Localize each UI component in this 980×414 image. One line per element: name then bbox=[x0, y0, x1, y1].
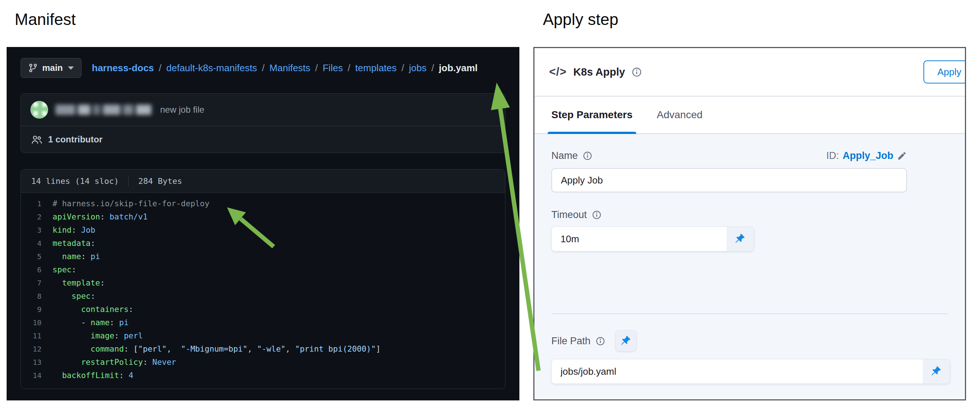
step-id-group: ID: Apply_Job bbox=[826, 150, 907, 162]
line-number[interactable]: 9 bbox=[21, 303, 52, 316]
tab-advanced[interactable]: Advanced bbox=[657, 97, 703, 133]
step-info-icon[interactable] bbox=[632, 67, 642, 77]
manifest-section-title: Manifest bbox=[15, 10, 76, 29]
line-number[interactable]: 10 bbox=[21, 316, 52, 329]
breadcrumb-link[interactable]: default-k8s-manifests bbox=[166, 62, 257, 73]
line-number[interactable]: 12 bbox=[21, 343, 52, 355]
line-number[interactable]: 11 bbox=[21, 329, 52, 343]
file-path-input[interactable] bbox=[552, 359, 923, 384]
breadcrumb-link[interactable]: harness-docs bbox=[92, 62, 154, 73]
code-line: 13 restartPolicy: Never bbox=[21, 355, 505, 369]
code-text: # harness.io/skip-file-for-deploy bbox=[52, 197, 209, 210]
breadcrumb-link[interactable]: Files bbox=[323, 62, 343, 73]
commit-info-box: new job file 1 contributor bbox=[21, 93, 506, 153]
line-number[interactable]: 5 bbox=[21, 250, 52, 263]
page: Manifest Apply step main harness-docs / … bbox=[0, 0, 980, 414]
people-icon bbox=[31, 135, 42, 144]
code-text: command: ["perl", "-Mbignum=bpi", "-wle"… bbox=[52, 343, 380, 355]
file-lines-info: 14 lines (14 sloc) bbox=[31, 176, 119, 186]
breadcrumb-link[interactable]: templates bbox=[355, 62, 397, 73]
id-label: ID: bbox=[826, 150, 839, 162]
line-number[interactable]: 1 bbox=[21, 197, 52, 210]
github-file-header-row: main harness-docs / default-k8s-manifest… bbox=[6, 47, 519, 78]
code-text: restartPolicy: Never bbox=[52, 355, 176, 369]
file-path-fixed-value-button[interactable] bbox=[615, 330, 636, 352]
thumbtack-icon bbox=[620, 335, 632, 346]
breadcrumb-link[interactable]: jobs bbox=[409, 62, 426, 73]
breadcrumb-separator: / bbox=[259, 62, 267, 73]
name-input[interactable] bbox=[551, 168, 907, 192]
code-line: 11 image: perl bbox=[21, 329, 505, 343]
name-label: Name bbox=[551, 150, 578, 162]
breadcrumb-separator: / bbox=[399, 62, 407, 73]
code-line: 10 - name: pi bbox=[21, 316, 505, 329]
contributors-row[interactable]: 1 contributor bbox=[21, 126, 505, 153]
timeout-info-icon[interactable] bbox=[592, 210, 601, 219]
timeout-field: Timeout bbox=[551, 209, 948, 251]
breadcrumb-current-file: job.yaml bbox=[439, 62, 477, 73]
tab-step-parameters[interactable]: Step Parameters bbox=[551, 97, 633, 133]
code-lines: 1# harness.io/skip-file-for-deploy2apiVe… bbox=[21, 193, 505, 389]
pencil-icon[interactable] bbox=[897, 151, 907, 161]
code-line: 14 backoffLimit: 4 bbox=[21, 369, 505, 382]
code-line: 3kind: Job bbox=[21, 224, 505, 237]
code-line: 9 containers: bbox=[21, 303, 505, 316]
code-text: kind: Job bbox=[52, 224, 95, 237]
breadcrumb: harness-docs / default-k8s-manifests / M… bbox=[92, 62, 477, 74]
line-number[interactable]: 4 bbox=[21, 237, 52, 250]
file-path-label-row: File Path bbox=[551, 330, 948, 352]
file-path-info-icon[interactable] bbox=[596, 336, 605, 346]
id-value[interactable]: Apply_Job bbox=[843, 150, 893, 162]
contributors-label: 1 contributor bbox=[48, 134, 102, 144]
form-divider bbox=[551, 313, 948, 314]
code-line: 6spec: bbox=[21, 263, 505, 276]
name-field-header: Name ID: Apply_Job bbox=[551, 150, 907, 162]
timeout-fixed-value-toggle[interactable] bbox=[727, 227, 754, 251]
apply-step-section-title: Apply step bbox=[543, 10, 618, 29]
code-text: spec: bbox=[52, 290, 95, 303]
file-meta-bar: 14 lines (14 sloc) 284 Bytes bbox=[21, 170, 505, 193]
file-content-box: 14 lines (14 sloc) 284 Bytes 1# harness.… bbox=[21, 169, 506, 389]
code-text: image: perl bbox=[52, 329, 143, 343]
code-text: - name: pi bbox=[52, 316, 129, 329]
code-line: 8 spec: bbox=[21, 290, 505, 303]
code-text: backoffLimit: 4 bbox=[52, 369, 133, 382]
file-path-input-fixed-toggle[interactable] bbox=[923, 359, 950, 384]
code-line: 2apiVersion: batch/v1 bbox=[21, 210, 505, 224]
name-info-icon[interactable] bbox=[583, 151, 592, 160]
line-number[interactable]: 2 bbox=[21, 210, 52, 224]
commit-message[interactable]: new job file bbox=[160, 105, 204, 115]
line-number[interactable]: 6 bbox=[21, 263, 52, 276]
branch-selector-button[interactable]: main bbox=[21, 58, 81, 78]
file-path-label-group: File Path bbox=[551, 335, 605, 347]
code-text: template: bbox=[52, 276, 105, 290]
code-text: apiVersion: batch/v1 bbox=[52, 210, 148, 224]
line-number[interactable]: 3 bbox=[21, 224, 52, 237]
breadcrumb-separator: / bbox=[429, 62, 437, 73]
file-path-label: File Path bbox=[551, 335, 591, 347]
file-size: 284 Bytes bbox=[138, 176, 182, 186]
line-number[interactable]: 8 bbox=[21, 290, 52, 303]
apply-changes-button[interactable]: Apply bbox=[923, 60, 966, 84]
line-number[interactable]: 7 bbox=[21, 276, 52, 290]
code-line: 5 name: pi bbox=[21, 250, 505, 263]
meta-divider bbox=[128, 175, 129, 186]
breadcrumb-separator: / bbox=[313, 62, 321, 73]
avatar[interactable] bbox=[30, 101, 48, 119]
breadcrumb-link[interactable]: Manifests bbox=[270, 62, 310, 73]
chevron-down-icon bbox=[68, 67, 74, 70]
code-text: containers: bbox=[52, 303, 133, 316]
file-path-input-group bbox=[551, 359, 950, 384]
code-text: name: pi bbox=[52, 250, 100, 263]
code-text: metadata: bbox=[52, 237, 95, 250]
latest-commit-row: new job file bbox=[21, 94, 505, 126]
line-number[interactable]: 14 bbox=[21, 369, 52, 382]
thumbtack-icon bbox=[735, 233, 746, 244]
line-number[interactable]: 13 bbox=[21, 355, 52, 369]
github-file-panel: main harness-docs / default-k8s-manifest… bbox=[6, 47, 519, 400]
code-line: 4metadata: bbox=[21, 237, 505, 250]
timeout-input[interactable] bbox=[552, 227, 727, 251]
k8s-apply-step-panel: </> K8s Apply Apply Step Parameters Adva… bbox=[533, 47, 966, 400]
code-line: 7 template: bbox=[21, 276, 505, 290]
code-line: 12 command: ["perl", "-Mbignum=bpi", "-w… bbox=[21, 343, 505, 355]
